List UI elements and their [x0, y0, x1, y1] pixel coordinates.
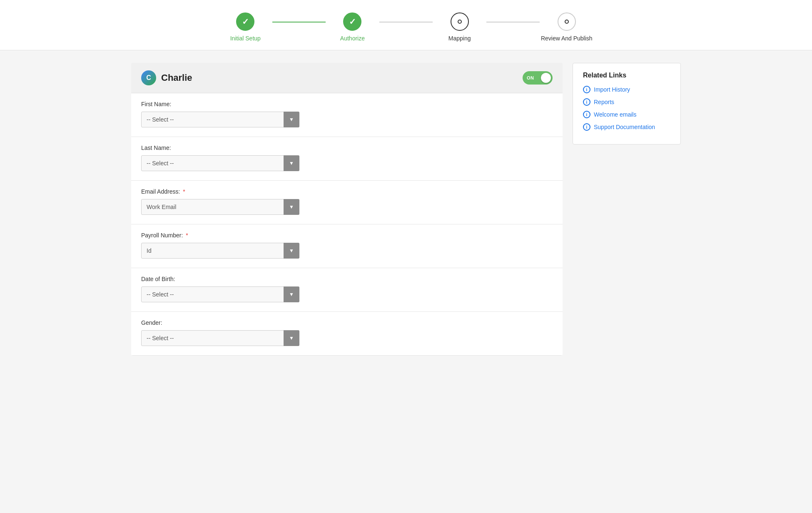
connector-1 — [272, 22, 326, 22]
field-row-email-address: Email Address: * Work Email ▼ — [131, 181, 563, 224]
select-wrapper-date-of-birth: -- Select -- ▼ — [141, 286, 299, 302]
select-wrapper-last-name: -- Select -- ▼ — [141, 155, 299, 171]
step-circle-review-publish — [558, 12, 576, 31]
link-support-documentation[interactable]: i Support Documentation — [583, 123, 670, 131]
field-row-last-name: Last Name: -- Select -- ▼ — [131, 137, 563, 181]
select-date-of-birth[interactable]: -- Select -- — [141, 286, 299, 302]
field-label-date-of-birth: Date of Birth: — [141, 276, 553, 282]
step-circle-mapping — [451, 12, 469, 31]
connector-3 — [486, 22, 540, 22]
stepper: ✓ Initial Setup ✓ Authorize Mapping Revi… — [219, 12, 593, 42]
field-row-gender: Gender: -- Select -- ▼ — [131, 312, 563, 356]
link-icon-reports: i — [583, 98, 590, 106]
checkmark-initial-setup: ✓ — [242, 17, 249, 27]
step-review-publish: Review And Publish — [540, 12, 593, 42]
link-icon-support-documentation: i — [583, 123, 590, 131]
related-links-title: Related Links — [583, 72, 670, 79]
checkmark-authorize: ✓ — [349, 17, 356, 27]
select-wrapper-gender: -- Select -- ▼ — [141, 330, 299, 346]
connector-2 — [379, 22, 433, 22]
app-name: Charlie — [161, 72, 192, 83]
field-row-payroll-number: Payroll Number: * Id ▼ — [131, 224, 563, 268]
select-wrapper-payroll-number: Id ▼ — [141, 243, 299, 259]
select-wrapper-first-name: -- Select -- ▼ — [141, 112, 299, 127]
field-row-first-name: First Name: -- Select -- ▼ — [131, 93, 563, 137]
select-last-name[interactable]: -- Select -- — [141, 155, 299, 171]
link-welcome-emails[interactable]: i Welcome emails — [583, 111, 670, 118]
step-label-review-publish: Review And Publish — [541, 35, 593, 42]
main-layout: C Charlie ON First Name: -- Select -- ▼ — [115, 50, 697, 368]
charlie-logo-icon: C — [141, 70, 156, 85]
toggle-knob — [541, 73, 551, 83]
step-dot-mapping — [458, 20, 462, 24]
link-icon-import-history: i — [583, 86, 590, 93]
step-label-authorize: Authorize — [340, 35, 365, 42]
select-wrapper-email-address: Work Email ▼ — [141, 199, 299, 215]
stepper-container: ✓ Initial Setup ✓ Authorize Mapping Revi… — [0, 0, 812, 50]
link-import-history[interactable]: i Import History — [583, 86, 670, 93]
field-row-date-of-birth: Date of Birth: -- Select -- ▼ — [131, 268, 563, 312]
step-initial-setup: ✓ Initial Setup — [219, 12, 272, 42]
toggle-label: ON — [527, 75, 534, 80]
toggle-switch[interactable]: ON — [523, 71, 553, 85]
step-label-initial-setup: Initial Setup — [230, 35, 261, 42]
field-label-email-address: Email Address: * — [141, 188, 553, 195]
select-payroll-number[interactable]: Id — [141, 243, 299, 259]
required-indicator-email: * — [183, 188, 185, 195]
step-circle-initial-setup: ✓ — [236, 12, 254, 31]
link-icon-welcome-emails: i — [583, 111, 590, 118]
step-mapping: Mapping — [433, 12, 486, 42]
select-email-address[interactable]: Work Email — [141, 199, 299, 215]
field-label-first-name: First Name: — [141, 101, 553, 107]
field-label-gender: Gender: — [141, 319, 553, 326]
related-links-card: Related Links i Import History i Reports… — [573, 63, 681, 144]
charlie-left: C Charlie — [141, 70, 192, 85]
step-dot-review-publish — [565, 20, 569, 24]
form-panel: C Charlie ON First Name: -- Select -- ▼ — [131, 63, 563, 356]
select-gender[interactable]: -- Select -- — [141, 330, 299, 346]
charlie-header: C Charlie ON — [131, 63, 563, 93]
step-label-mapping: Mapping — [448, 35, 471, 42]
toggle-wrapper: ON — [523, 71, 553, 85]
select-first-name[interactable]: -- Select -- — [141, 112, 299, 127]
link-reports[interactable]: i Reports — [583, 98, 670, 106]
step-circle-authorize: ✓ — [343, 12, 361, 31]
field-label-payroll-number: Payroll Number: * — [141, 232, 553, 239]
required-indicator-payroll: * — [186, 232, 188, 239]
field-label-last-name: Last Name: — [141, 144, 553, 151]
step-authorize: ✓ Authorize — [326, 12, 379, 42]
related-links-panel: Related Links i Import History i Reports… — [573, 63, 681, 356]
